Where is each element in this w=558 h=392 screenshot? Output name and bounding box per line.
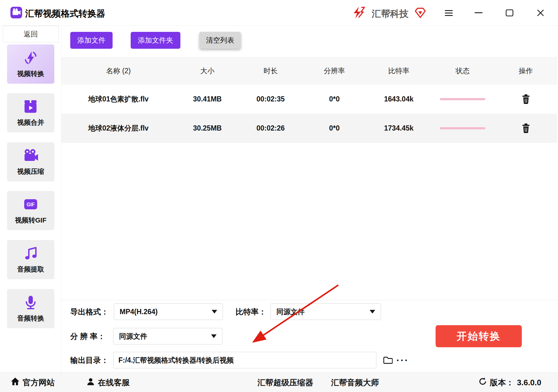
brand-logo-icon (352, 6, 366, 20)
sidebar-item-label: 视频合并 (17, 118, 44, 127)
super-compressor-label: 汇帮超级压缩器 (257, 377, 313, 388)
output-dir-input[interactable] (113, 352, 376, 368)
sidebar-item-video-to-gif[interactable]: GIF 视频转GIF (7, 191, 54, 230)
file-name: 地球01色素扩散.flv (61, 94, 175, 104)
file-bitrate: 1643.04k (367, 95, 431, 103)
file-resolution: 0*0 (302, 124, 367, 132)
person-icon (87, 378, 95, 388)
browse-folder-icon[interactable] (382, 355, 393, 365)
online-support-label: 在线客服 (98, 377, 130, 388)
delete-row-button[interactable] (520, 123, 531, 134)
back-button[interactable]: 返回 (3, 26, 59, 42)
file-resolution: 0*0 (302, 95, 367, 103)
refresh-icon[interactable] (479, 377, 487, 388)
video-compress-icon (23, 148, 39, 165)
table-row: 地球02液体分层.flv 30.25MB 00:02:26 0*0 1734.4… (61, 114, 557, 143)
microphone-icon (23, 295, 39, 312)
more-options-button[interactable]: ··· (396, 352, 409, 368)
add-file-button[interactable]: 添加文件 (70, 32, 113, 49)
video-merge-icon (23, 99, 39, 116)
column-header-status: 状态 (431, 66, 495, 76)
audio-master-link[interactable]: 汇帮音频大师 (331, 373, 379, 392)
add-folder-button[interactable]: 添加文件夹 (131, 32, 180, 49)
delete-row-button[interactable] (520, 94, 531, 105)
brand-gem-icon (414, 7, 426, 20)
sidebar-item-audio-convert[interactable]: 音频转换 (7, 289, 54, 328)
chevron-down-icon (212, 310, 217, 314)
column-header-name: 名称 (2) (61, 66, 175, 76)
column-header-duration: 时长 (239, 66, 302, 76)
app-title: 汇帮视频格式转换器 (25, 8, 105, 20)
bitrate-label: 比特率： (236, 303, 266, 320)
sidebar-item-label: 视频压缩 (17, 167, 44, 176)
settings-divider (61, 300, 558, 300)
output-dir-label: 输出目录： (70, 352, 109, 368)
clear-list-button[interactable]: 清空列表 (199, 32, 241, 49)
file-duration: 00:02:26 (239, 124, 302, 132)
version-value: 3.6.0.0 (517, 378, 541, 387)
resolution-value: 同源文件 (119, 332, 147, 341)
brand-name: 汇帮科技 (372, 8, 409, 20)
chevron-down-icon (370, 310, 375, 314)
svg-text:GIF: GIF (27, 202, 35, 207)
file-size: 30.25MB (175, 124, 239, 132)
official-site-link[interactable]: 官方网站 (11, 373, 55, 392)
start-convert-button[interactable]: 开始转换 (436, 325, 522, 347)
music-note-icon (23, 245, 39, 263)
minimize-icon[interactable] (472, 6, 485, 19)
bitrate-select[interactable]: 同源文件 (271, 303, 381, 320)
version-label: 版本： (490, 377, 514, 388)
super-compressor-link[interactable]: 汇帮超级压缩器 (257, 373, 313, 392)
file-size: 30.41MB (175, 95, 239, 103)
sidebar-item-video-merge[interactable]: 视频合并 (7, 93, 54, 132)
column-header-action: 操作 (495, 66, 557, 76)
menu-icon[interactable] (442, 6, 456, 19)
official-site-label: 官方网站 (23, 377, 55, 388)
bitrate-value: 同源文件 (276, 307, 305, 317)
home-icon (11, 377, 20, 388)
status-progress-bar (440, 98, 485, 100)
chevron-down-icon (211, 334, 217, 338)
online-support-link[interactable]: 在线客服 (87, 373, 130, 392)
close-icon[interactable] (534, 6, 547, 19)
audio-master-label: 汇帮音频大师 (331, 377, 379, 388)
video-convert-icon (23, 50, 39, 67)
table-header: 名称 (2) 大小 时长 分辨率 比特率 状态 操作 (61, 57, 557, 85)
version-info: 版本：3.6.0.0 (479, 373, 541, 392)
maximize-icon[interactable] (503, 6, 516, 19)
resolution-select[interactable]: 同源文件 (113, 328, 222, 344)
file-name: 地球02液体分层.flv (61, 124, 175, 133)
sidebar-item-video-compress[interactable]: 视频压缩 (7, 142, 54, 181)
sidebar-item-video-convert[interactable]: 视频转换 (7, 44, 54, 84)
export-format-value: MP4(H.264) (120, 308, 158, 316)
column-header-size: 大小 (175, 66, 239, 76)
table-row: 地球01色素扩散.flv 30.41MB 00:02:35 0*0 1643.0… (61, 85, 557, 114)
column-header-bitrate: 比特率 (367, 66, 431, 76)
sidebar-item-label: 音频提取 (17, 265, 44, 274)
column-header-resolution: 分辨率 (302, 66, 367, 76)
gif-icon: GIF (23, 196, 39, 214)
app-logo-icon (10, 6, 22, 20)
sidebar-item-label: 音频转换 (17, 314, 44, 323)
resolution-label: 分 辨 率： (70, 328, 105, 344)
title-bar: 汇帮视频格式转换器 汇帮科技 (0, 0, 558, 26)
file-duration: 00:02:35 (239, 95, 302, 103)
app-window: 汇帮视频格式转换器 汇帮科技 (0, 0, 558, 392)
export-format-label: 导出格式： (70, 303, 109, 320)
footer-bar: 官方网站 在线客服 汇帮超级压缩器 汇帮音频大师 (0, 372, 558, 392)
sidebar-item-label: 视频转GIF (15, 216, 47, 225)
sidebar-item-audio-extract[interactable]: 音频提取 (7, 240, 54, 279)
export-format-select[interactable]: MP4(H.264) (114, 303, 223, 320)
file-bitrate: 1734.45k (367, 124, 431, 132)
sidebar-item-label: 视频转换 (17, 69, 44, 78)
status-progress-bar (440, 127, 485, 129)
